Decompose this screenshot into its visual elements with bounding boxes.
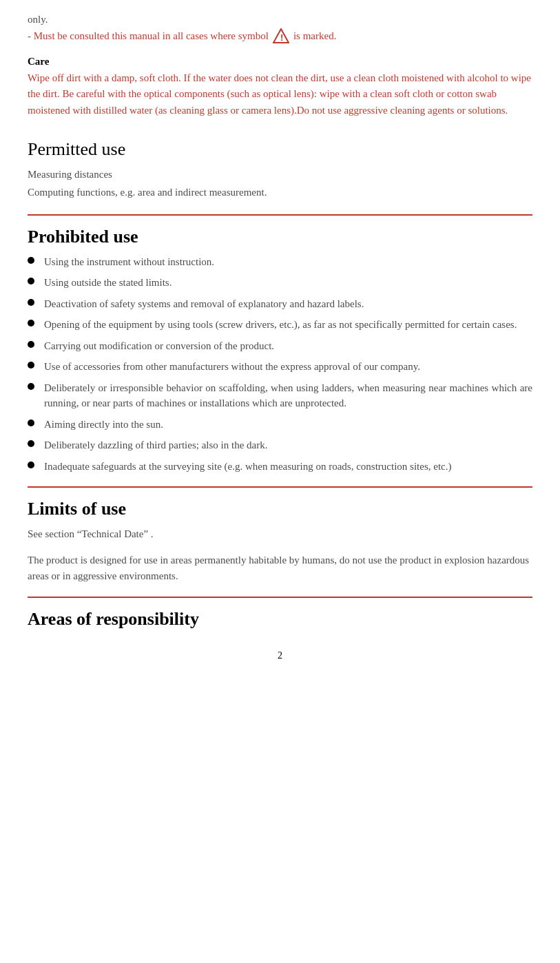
bullet-text: Deliberately or irresponsible behavior o… xyxy=(44,380,532,411)
bullet-dot xyxy=(28,341,34,348)
bullet-text: Using outside the stated limits. xyxy=(44,275,532,291)
list-item: Using the instrument without instruction… xyxy=(28,254,532,270)
divider-2 xyxy=(28,486,532,488)
bullet-dot xyxy=(28,362,34,369)
divider-1 xyxy=(28,214,532,216)
bullet-dot xyxy=(28,383,34,390)
list-item: Carrying out modification or conversion … xyxy=(28,338,532,354)
limits-heading: Limits of use xyxy=(28,499,532,519)
bullet-dot xyxy=(28,299,34,306)
areas-heading: Areas of responsibility xyxy=(28,609,532,630)
warning-line: - Must be consulted this manual in all c… xyxy=(28,28,532,43)
areas-section: Areas of responsibility xyxy=(28,609,532,630)
permitted-item-2: Computing functions, e.g. area and indir… xyxy=(28,185,532,200)
bullet-dot xyxy=(28,420,34,426)
divider-3 xyxy=(28,597,532,598)
page-number: 2 xyxy=(28,650,532,661)
bullet-text: Opening of the equipment by using tools … xyxy=(44,317,532,333)
list-item: Aiming directly into the sun. xyxy=(28,417,532,433)
care-text: Wipe off dirt with a damp, soft cloth. I… xyxy=(28,70,532,118)
care-section: Care Wipe off dirt with a damp, soft clo… xyxy=(28,56,532,118)
care-title: Care xyxy=(28,56,532,68)
bullet-text: Deactivation of safety systems and remov… xyxy=(44,296,532,312)
intro-only-text: only. xyxy=(28,14,532,25)
prohibited-section: Prohibited use Using the instrument with… xyxy=(28,227,532,475)
list-item: Deliberately dazzling of third parties; … xyxy=(28,437,532,453)
list-item: Inadequate safeguards at the surveying s… xyxy=(28,459,532,475)
bullet-text: Using the instrument without instruction… xyxy=(44,254,532,270)
bullet-text: Aiming directly into the sun. xyxy=(44,417,532,433)
bullet-text: Inadequate safeguards at the surveying s… xyxy=(44,459,532,475)
bullet-dot xyxy=(28,278,34,284)
bullet-dot xyxy=(28,462,34,468)
list-item: Deactivation of safety systems and remov… xyxy=(28,296,532,312)
permitted-heading: Permitted use xyxy=(28,139,532,160)
warning-line-after: is marked. xyxy=(293,30,336,42)
bullet-dot xyxy=(28,320,34,327)
bullet-text: Deliberately dazzling of third parties; … xyxy=(44,437,532,453)
page-content: only. - Must be consulted this manual in… xyxy=(28,14,532,661)
permitted-item-1: Measuring distances xyxy=(28,167,532,183)
bullet-dot xyxy=(28,257,34,264)
list-item: Opening of the equipment by using tools … xyxy=(28,317,532,333)
prohibited-heading: Prohibited use xyxy=(28,227,532,247)
bullet-text: Use of accessories from other manufactur… xyxy=(44,359,532,375)
bullet-text: Carrying out modification or conversion … xyxy=(44,338,532,354)
limits-text-2: The product is designed for use in areas… xyxy=(28,552,532,585)
list-item: Use of accessories from other manufactur… xyxy=(28,359,532,375)
bullet-dot xyxy=(28,440,34,447)
list-item: Using outside the stated limits. xyxy=(28,275,532,291)
prohibited-list: Using the instrument without instruction… xyxy=(28,254,532,475)
limits-text-1: See section “Technical Date” . xyxy=(28,526,532,542)
warning-line-before: - Must be consulted this manual in all c… xyxy=(28,30,269,42)
permitted-section: Permitted use Measuring distances Comput… xyxy=(28,139,532,200)
svg-text:!: ! xyxy=(280,32,283,43)
limits-section: Limits of use See section “Technical Dat… xyxy=(28,499,532,584)
list-item: Deliberately or irresponsible behavior o… xyxy=(28,380,532,411)
warning-icon: ! xyxy=(273,28,289,43)
